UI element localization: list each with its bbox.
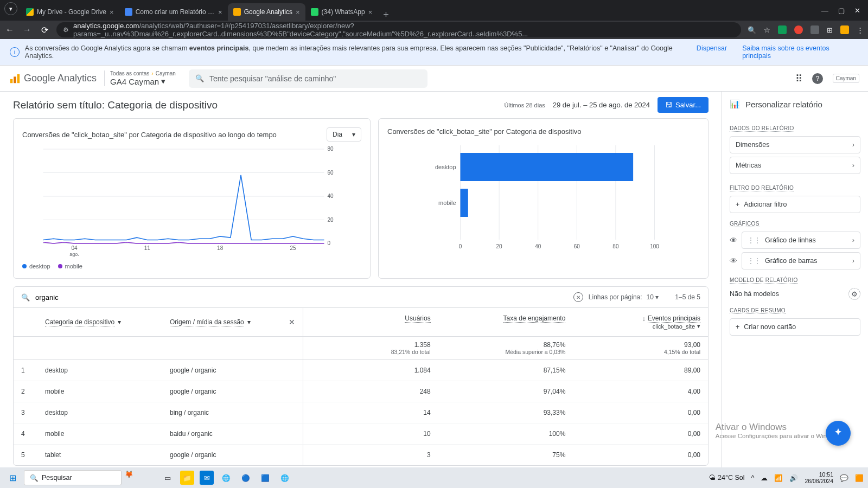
- breadcrumb-item: Todas as contas: [110, 70, 149, 76]
- window-minimize-button[interactable]: —: [821, 7, 828, 15]
- app-icon[interactable]: 🟦: [258, 471, 272, 485]
- svg-text:20: 20: [496, 243, 503, 249]
- search-icon[interactable]: 🔍: [748, 26, 756, 34]
- taskbar-search[interactable]: 🔍Pesquisar: [24, 470, 122, 485]
- extensions-button[interactable]: ⊞: [827, 26, 833, 34]
- wifi-icon[interactable]: 📶: [774, 474, 783, 482]
- metrics-button[interactable]: Métricas›: [730, 157, 860, 174]
- visibility-toggle[interactable]: 👁: [730, 236, 737, 245]
- browser-tab-active[interactable]: Google Analytics×: [228, 3, 305, 21]
- tab-search-button[interactable]: ▾: [4, 2, 17, 15]
- granularity-selector[interactable]: Dia▾: [327, 127, 361, 142]
- start-button[interactable]: ⊞: [4, 470, 21, 486]
- visibility-toggle[interactable]: 👁: [730, 256, 737, 265]
- svg-text:ago.: ago.: [69, 252, 79, 257]
- browser-menu-button[interactable]: ⋮: [857, 26, 864, 34]
- ga-logo[interactable]: Google Analytics: [9, 73, 97, 85]
- whatsapp-icon: [311, 8, 318, 16]
- sort-icon[interactable]: ↓: [642, 315, 646, 323]
- create-card-button[interactable]: +Criar novo cartão: [730, 318, 860, 336]
- clock[interactable]: 10:5126/08/2024: [805, 471, 833, 484]
- drag-handle-icon[interactable]: ⋮⋮: [748, 257, 761, 265]
- browser-tab[interactable]: (34) WhatsApp×: [305, 3, 378, 21]
- task-view-button[interactable]: ▭: [161, 471, 175, 485]
- onedrive-icon[interactable]: ☁: [761, 474, 768, 482]
- svg-text:100: 100: [650, 243, 659, 249]
- mail-icon[interactable]: ✉: [200, 471, 214, 485]
- dismiss-button[interactable]: Dispensar: [697, 44, 727, 60]
- reload-button[interactable]: ⟳: [39, 25, 50, 35]
- table-row[interactable]: 5 tablet google / organic 3 75% 0,00: [14, 445, 708, 465]
- chrome-icon[interactable]: 🌐: [219, 471, 233, 485]
- window-maximize-button[interactable]: ▢: [838, 7, 845, 15]
- logo-text: Google Analytics: [24, 73, 97, 84]
- save-button[interactable]: 🖫Salvar...: [658, 97, 709, 113]
- svg-text:18: 18: [217, 245, 224, 251]
- app-header: Google Analytics Todas as contas›Cayman …: [0, 66, 868, 92]
- site-settings-icon[interactable]: ⚙: [63, 26, 69, 34]
- dimension-header[interactable]: Origem / mídia da sessão ▾✕: [162, 308, 303, 336]
- app-icon[interactable]: 🔵: [239, 471, 253, 485]
- section-header: CARDS DE RESUMO: [730, 307, 786, 314]
- chart-type-line[interactable]: ⋮⋮Gráfico de linhas›: [742, 232, 860, 249]
- extension-icon[interactable]: [794, 25, 803, 34]
- browser-tab[interactable]: My Drive - Google Drive×: [21, 3, 119, 21]
- new-tab-button[interactable]: +: [378, 9, 394, 21]
- drive-icon: [26, 8, 34, 16]
- close-icon[interactable]: ×: [368, 8, 373, 16]
- svg-text:0: 0: [459, 243, 462, 249]
- analytics-icon: [9, 73, 21, 85]
- weather-widget[interactable]: 🌤 24°C Sol: [709, 474, 745, 481]
- svg-text:04: 04: [71, 245, 78, 251]
- bookmark-icon[interactable]: ☆: [764, 26, 770, 34]
- clear-search-button[interactable]: ✕: [573, 292, 583, 302]
- add-filter-button[interactable]: +Adicionar filtro: [730, 196, 860, 213]
- date-range-picker[interactable]: 29 de jul. – 25 de ago. de 2024: [553, 101, 650, 109]
- window-close-button[interactable]: ✕: [854, 7, 860, 15]
- dimension-header[interactable]: Categoria de dispositivo ▾: [37, 308, 162, 336]
- address-bar[interactable]: ⚙ analytics.google.com/analytics/web/?au…: [56, 22, 741, 37]
- table-row[interactable]: 4 mobile baidu / organic 10 100% 0,00: [14, 423, 708, 445]
- table-row[interactable]: 2 mobile google / organic 248 97,04% 4,0…: [14, 381, 708, 402]
- notifications-icon[interactable]: 💬: [840, 474, 848, 482]
- metric-header[interactable]: Usuários: [303, 308, 438, 336]
- metric-header[interactable]: ↓Eventos principais click_botao_site ▾: [573, 308, 708, 336]
- remove-dimension-button[interactable]: ✕: [289, 318, 295, 326]
- extension-icon[interactable]: [810, 25, 819, 34]
- extension-icon[interactable]: [840, 25, 849, 34]
- close-icon[interactable]: ×: [296, 8, 300, 16]
- dimensions-button[interactable]: Dimensões›: [730, 136, 860, 153]
- browser-tab[interactable]: Como criar um Relatório no Go×: [119, 3, 228, 21]
- svg-text:40: 40: [535, 243, 541, 249]
- drag-handle-icon[interactable]: ⋮⋮: [748, 236, 761, 244]
- chart-title: Conversões de "click_botao_site" por Cat…: [22, 131, 327, 139]
- tab-title: Google Analytics: [244, 8, 292, 16]
- gear-icon[interactable]: ⚙: [848, 288, 860, 300]
- search-input[interactable]: 🔍 Tente pesquisar "análise de caminho": [189, 69, 427, 88]
- account-chip[interactable]: Cayman: [833, 74, 859, 83]
- close-icon[interactable]: ×: [110, 8, 114, 16]
- chrome-active-icon[interactable]: 🌐: [278, 471, 292, 485]
- metric-header[interactable]: Taxa de engajamento: [438, 308, 573, 336]
- ask-intelligence-button[interactable]: [826, 421, 851, 446]
- tray-icon[interactable]: 🟧: [855, 474, 864, 482]
- table-search-input[interactable]: [35, 293, 568, 301]
- browser-tab-strip: ▾ My Drive - Google Drive× Como criar um…: [0, 0, 868, 21]
- rows-per-page-label: Linhas por página:: [589, 293, 642, 301]
- learn-more-link[interactable]: Saiba mais sobre os eventos principais: [742, 44, 858, 60]
- property-selector[interactable]: Todas as contas›Cayman GA4 Cayman▾: [104, 70, 176, 86]
- table-row[interactable]: 1 desktop google / organic 1.084 87,15% …: [14, 360, 708, 381]
- back-button[interactable]: ←: [4, 25, 15, 35]
- help-icon[interactable]: ?: [812, 73, 823, 84]
- chart-type-bar[interactable]: ⋮⋮Gráfico de barras›: [742, 252, 860, 269]
- property-name: GA4 Cayman: [110, 77, 159, 86]
- table-row[interactable]: 3 desktop bing / organic 14 93,33% 0,00: [14, 402, 708, 423]
- volume-icon[interactable]: 🔊: [789, 474, 798, 482]
- forward-button[interactable]: →: [22, 25, 33, 35]
- tray-chevron-icon[interactable]: ^: [751, 474, 755, 481]
- close-icon[interactable]: ×: [218, 8, 222, 16]
- file-explorer-icon[interactable]: 📁: [180, 471, 194, 485]
- apps-icon[interactable]: ⠿: [795, 73, 802, 85]
- rows-per-page-select[interactable]: 10 ▾: [647, 293, 659, 301]
- extension-icon[interactable]: [778, 25, 787, 34]
